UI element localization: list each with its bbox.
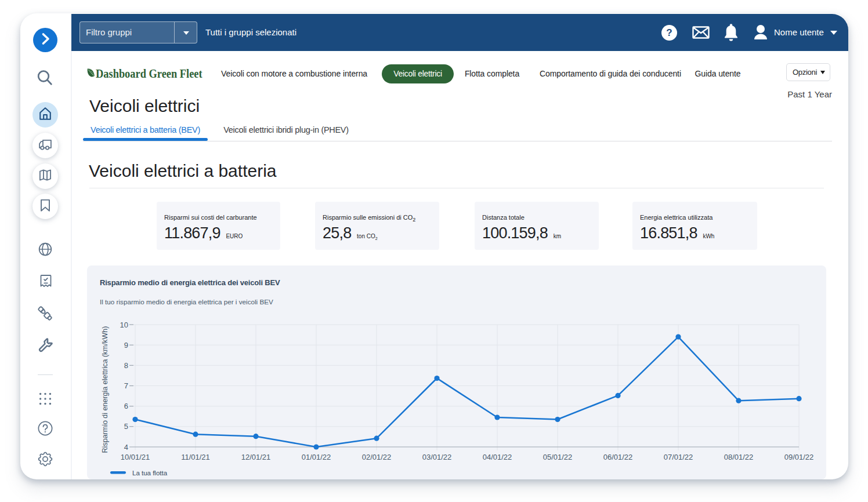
svg-text:Risparmio di energia elettrica: Risparmio di energia elettrica (km/kWh): [101, 326, 109, 453]
svg-text:01/01/22: 01/01/22: [302, 453, 331, 461]
svg-text:7: 7: [124, 381, 128, 390]
svg-text:02/01/22: 02/01/22: [362, 453, 392, 461]
svg-text:11/01/21: 11/01/21: [181, 453, 210, 461]
svg-text:04/01/22: 04/01/22: [483, 453, 512, 461]
svg-text:05/01/22: 05/01/22: [543, 453, 573, 461]
svg-text:08/01/22: 08/01/22: [724, 453, 754, 461]
svg-text:4: 4: [124, 443, 128, 452]
svg-text:5: 5: [124, 422, 128, 431]
svg-text:12/01/21: 12/01/21: [241, 453, 271, 461]
svg-text:03/01/22: 03/01/22: [422, 453, 452, 461]
svg-text:10: 10: [120, 321, 128, 329]
svg-text:09/01/22: 09/01/22: [784, 453, 814, 461]
svg-text:10/01/21: 10/01/21: [121, 453, 150, 461]
svg-text:6: 6: [124, 402, 128, 410]
svg-text:06/01/22: 06/01/22: [603, 453, 633, 461]
svg-text:La tua flotta: La tua flotta: [132, 470, 168, 476]
svg-text:9: 9: [124, 341, 128, 350]
svg-text:07/01/22: 07/01/22: [664, 453, 693, 461]
svg-text:8: 8: [124, 361, 128, 370]
